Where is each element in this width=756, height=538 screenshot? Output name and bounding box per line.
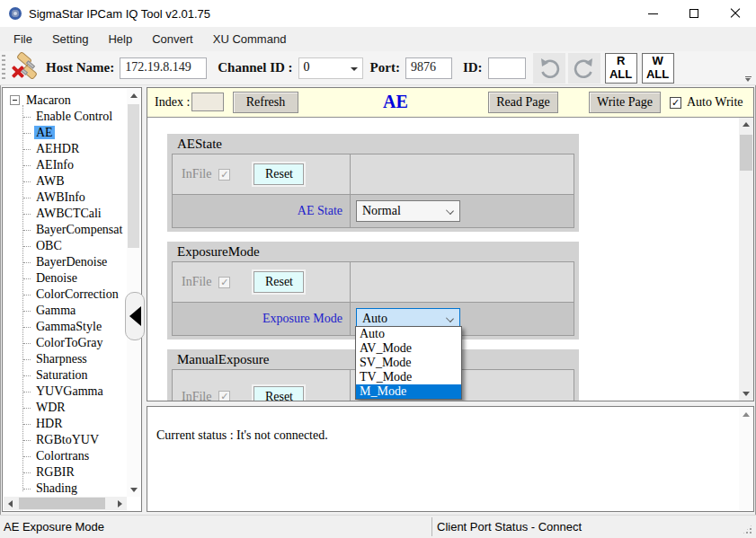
port-label: Port: <box>370 60 400 75</box>
read-page-button[interactable]: Read Page <box>488 92 558 113</box>
scroll-down-icon[interactable] <box>739 387 752 401</box>
id-label: ID: <box>463 60 483 75</box>
index-label: Index : <box>155 95 190 110</box>
tree-item-colorcorrection[interactable]: ColorCorrection <box>4 287 127 303</box>
write-all-button[interactable]: W ALL <box>642 53 674 84</box>
option-sv-mode[interactable]: SV_Mode <box>356 356 461 370</box>
write-page-button[interactable]: Write Page <box>589 92 661 113</box>
tree-item-yuvgamma[interactable]: YUVGamma <box>4 384 127 400</box>
tree-item-gammastyle[interactable]: GammaStyle <box>4 319 127 335</box>
disconnect-icon[interactable] <box>11 54 38 83</box>
chevron-left-icon <box>129 306 141 326</box>
tree-item-aehdr[interactable]: AEHDR <box>4 141 127 157</box>
section-title: ExposureMode <box>172 242 574 261</box>
main-panel: Index : Refresh AE Read Page Write Page … <box>147 87 754 401</box>
undo-button[interactable] <box>533 53 565 84</box>
scroll-up-icon[interactable] <box>127 89 140 102</box>
id-input[interactable] <box>488 57 526 79</box>
tree-item-ae[interactable]: AE <box>4 125 127 141</box>
reset-button[interactable]: Reset <box>253 386 304 402</box>
tree-item-shading[interactable]: Shading <box>4 481 127 497</box>
scroll-right-icon[interactable] <box>113 497 127 510</box>
title-bar: SigmaStar IPCam IQ Tool v2.01.75 <box>0 0 756 27</box>
tree-item-rgbir[interactable]: RGBIR <box>4 464 127 481</box>
tree-item-gamma[interactable]: Gamma <box>4 303 127 319</box>
write-all-line1: W <box>652 55 663 67</box>
host-name-label: Host Name: <box>46 60 114 75</box>
scroll-left-icon[interactable] <box>4 497 17 510</box>
minimize-button[interactable] <box>632 0 673 27</box>
host-name-input[interactable]: 172.19.8.149 <box>120 57 207 79</box>
tree-item-wdr[interactable]: WDR <box>4 400 127 416</box>
tree-item-bayerdenoise[interactable]: BayerDenoise <box>4 254 127 270</box>
tree-horizontal-scrollbar[interactable] <box>4 497 127 510</box>
tree-item-rgbtoyuv[interactable]: RGBtoYUV <box>4 432 127 448</box>
scroll-up-icon[interactable] <box>739 408 752 421</box>
tree-item-awbctcali[interactable]: AWBCTCali <box>4 206 127 222</box>
port-input[interactable]: 9876 <box>405 57 452 79</box>
scroll-down-icon[interactable] <box>127 483 140 497</box>
tree-root-label: Macaron <box>26 93 71 108</box>
current-status-text: Current status : It's not connected. <box>147 407 753 443</box>
menu-file[interactable]: File <box>4 27 42 51</box>
sidebar-collapse-button[interactable] <box>125 292 145 340</box>
refresh-button[interactable]: Refresh <box>233 92 298 113</box>
tree-item-enable-control[interactable]: Enable Control <box>4 109 127 125</box>
tree-item-hdr[interactable]: HDR <box>4 416 127 432</box>
index-input[interactable] <box>191 93 224 111</box>
tree-item-denoise[interactable]: Denoise <box>4 270 127 287</box>
scrollbar-thumb[interactable] <box>128 104 139 248</box>
tree-item-awbinfo[interactable]: AWBInfo <box>4 190 127 206</box>
ae-state-select[interactable]: Normal <box>356 200 460 222</box>
tree-item-obc[interactable]: OBC <box>4 238 127 254</box>
toolbar-grip[interactable] <box>2 55 5 82</box>
menu-setting[interactable]: Setting <box>42 27 98 51</box>
channel-id-select[interactable]: 0 <box>298 57 363 79</box>
tree-item-bayercompensat[interactable]: BayerCompensat <box>4 222 127 238</box>
scrollbar-thumb[interactable] <box>19 498 105 509</box>
option-tv-mode[interactable]: TV_Mode <box>356 370 461 384</box>
resize-grip[interactable] <box>742 524 753 535</box>
infile-checkbox[interactable]: ✓ <box>218 391 230 401</box>
option-av-mode[interactable]: AV_Mode <box>356 341 461 356</box>
redo-button[interactable] <box>568 53 600 84</box>
tree-item-colortogray[interactable]: ColorToGray <box>4 335 127 351</box>
auto-write-toggle[interactable]: ✓ Auto Write <box>670 95 743 110</box>
channel-id-label: Channel ID : <box>218 60 292 75</box>
collapse-expander-icon[interactable] <box>10 95 20 105</box>
tree-item-sharpness[interactable]: Sharpness <box>4 351 127 367</box>
chevron-down-icon <box>446 207 454 215</box>
exposure-mode-dropdown-list: Auto AV_Mode SV_Mode TV_Mode M_Mode <box>355 326 462 400</box>
auto-write-checkbox[interactable]: ✓ <box>670 97 681 109</box>
tree-item-colortrans[interactable]: Colortrans <box>4 448 127 464</box>
scroll-up-icon[interactable] <box>739 118 752 131</box>
redo-icon <box>574 57 595 79</box>
menu-help[interactable]: Help <box>98 27 142 51</box>
close-button[interactable] <box>715 0 756 27</box>
exposure-mode-label: Exposure Mode <box>173 312 350 326</box>
scrollbar-thumb[interactable] <box>740 135 752 171</box>
tree-item-awb[interactable]: AWB <box>4 173 127 190</box>
read-all-button[interactable]: R ALL <box>605 53 637 84</box>
option-m-mode[interactable]: M_Mode <box>356 384 461 399</box>
menu-bar: File Setting Help Convert XU Command <box>0 27 756 51</box>
status-divider <box>431 517 432 536</box>
maximize-button[interactable] <box>673 0 715 27</box>
option-auto[interactable]: Auto <box>356 327 461 341</box>
status-bar: AE Exposure Mode Client Port Status - Co… <box>0 515 756 538</box>
menu-convert[interactable]: Convert <box>142 27 203 51</box>
section-exposuremode: ExposureMode InFile ✓ Reset Exposure Mod… <box>167 242 579 340</box>
channel-id-value: 0 <box>304 60 310 74</box>
tree-item-aeinfo[interactable]: AEInfo <box>4 157 127 173</box>
reset-button[interactable]: Reset <box>253 271 304 293</box>
menu-xu-command[interactable]: XU Command <box>203 27 297 51</box>
infile-checkbox[interactable]: ✓ <box>218 277 230 288</box>
chevron-down-icon <box>745 78 751 82</box>
log-vertical-scrollbar[interactable] <box>739 408 752 510</box>
toolbar-overflow-button[interactable] <box>743 76 752 82</box>
tree-item-saturation[interactable]: Saturation <box>4 367 127 384</box>
main-vertical-scrollbar[interactable] <box>739 118 753 401</box>
infile-checkbox[interactable]: ✓ <box>218 169 230 181</box>
parameter-tree: Macaron Enable Control AE AEHDR AEInfo A… <box>4 89 127 497</box>
reset-button[interactable]: Reset <box>253 163 304 185</box>
